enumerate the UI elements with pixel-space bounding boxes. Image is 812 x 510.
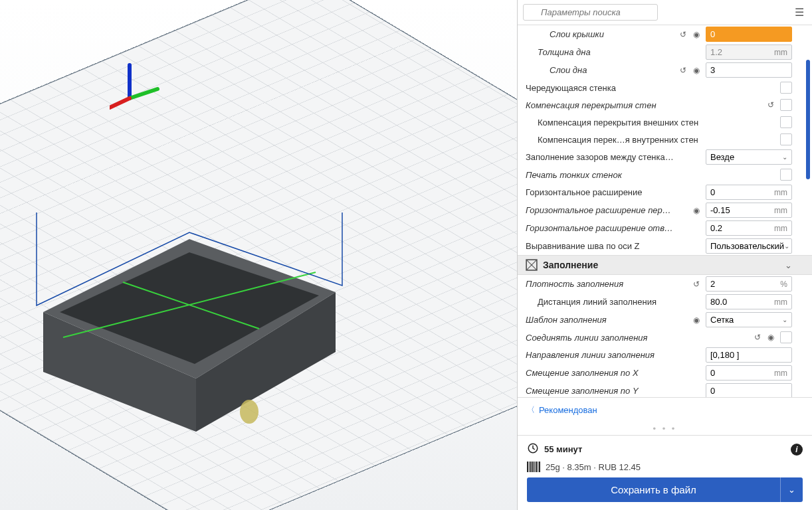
- infill-density-input[interactable]: %: [706, 276, 792, 292]
- infill-dir-input[interactable]: [706, 347, 792, 363]
- reset-icon[interactable]: ↺: [691, 279, 702, 290]
- setting-bottom-layers-label: Слои дна: [526, 65, 675, 75]
- hole-horiz-input[interactable]: mm: [706, 220, 792, 236]
- infill-offset-y-input[interactable]: [706, 383, 792, 397]
- first-layer-horiz-input[interactable]: mm: [706, 203, 792, 218]
- fill-gaps-select[interactable]: Везде⌄: [706, 149, 792, 165]
- outer-wall-overlap-checkbox[interactable]: [780, 116, 792, 128]
- setting-bottom-thickness-label: Толщина дна: [526, 47, 675, 57]
- setting-seam-align-label: Выравнивание шва по оси Z: [526, 241, 675, 251]
- setting-infill-offset-y-label: Смещение заполнения по Y: [526, 386, 675, 396]
- setting-alternating-wall-label: Чередующаяся стенка: [526, 83, 750, 93]
- settings-menu-icon[interactable]: ☰: [792, 6, 807, 19]
- link-icon[interactable]: ◉: [691, 315, 702, 325]
- chevron-down-icon: ⌄: [785, 260, 792, 270]
- top-layers-input[interactable]: [706, 27, 792, 42]
- save-dropdown[interactable]: ⌄: [780, 477, 803, 502]
- scroll-indicator[interactable]: [806, 60, 810, 179]
- setting-connect-infill-label: Соединять линии заполнения: [526, 333, 750, 343]
- material-icon: [527, 462, 540, 472]
- setting-horiz-exp-label: Горизонтальное расширение: [526, 187, 675, 197]
- chevron-left-icon: 〈: [527, 404, 535, 416]
- reset-icon[interactable]: ↺: [678, 65, 688, 76]
- save-to-file-button[interactable]: Сохранить в файл: [527, 477, 780, 502]
- section-infill[interactable]: Заполнение ⌄: [518, 255, 812, 275]
- chevron-down-icon: ⌄: [784, 242, 789, 250]
- reset-icon[interactable]: ↺: [765, 100, 776, 110]
- chevron-down-icon: ⌄: [788, 485, 795, 495]
- bottom-thickness-input[interactable]: mm: [706, 44, 792, 60]
- clock-icon: [527, 442, 539, 456]
- link-icon[interactable]: ◉: [691, 205, 702, 216]
- setting-hole-horiz-label: Горизонтальное расширение отверстия: [526, 223, 675, 233]
- setting-outer-wall-overlap-label: Компенсация перекрытия внешних стен: [526, 118, 750, 128]
- link-icon[interactable]: ◉: [691, 29, 702, 40]
- info-icon[interactable]: i: [791, 444, 803, 456]
- link-icon[interactable]: ◉: [765, 332, 776, 343]
- setting-first-layer-horiz-label: Горизонтальное расширение первого слоя: [526, 205, 675, 215]
- setting-infill-line-dist-label: Дистанция линий заполнения: [526, 297, 675, 307]
- search-input[interactable]: [523, 4, 658, 21]
- print-summary-card: 55 минут i 25g · 8.35m · RUB 12.45 Сохра…: [518, 435, 812, 510]
- chevron-down-icon: ⌄: [782, 153, 787, 161]
- print-time: 55 минут: [544, 444, 582, 454]
- connect-infill-checkbox[interactable]: [780, 331, 792, 343]
- infill-pattern-select[interactable]: Сетка⌄: [706, 312, 792, 327]
- model-preview[interactable]: [23, 212, 369, 491]
- svg-point-6: [240, 400, 258, 424]
- settings-list[interactable]: Слои крышки ↺ ◉ Толщина дна mm Слои дна …: [518, 25, 812, 397]
- settings-panel: 🔍 ☰ Слои крышки ↺ ◉ Толщина дна mm Слои …: [517, 0, 812, 510]
- setting-infill-offset-x-label: Смещение заполнения по X: [526, 368, 675, 378]
- horiz-exp-input[interactable]: mm: [706, 185, 792, 200]
- infill-icon: [526, 259, 538, 271]
- chevron-down-icon: ⌄: [782, 316, 787, 323]
- recommended-button[interactable]: 〈 Рекомендован: [518, 397, 812, 422]
- setting-inner-wall-overlap-label: Компенсация перек…я внутренних стен: [526, 135, 750, 145]
- infill-offset-x-input[interactable]: mm: [706, 365, 792, 381]
- bottom-layers-input[interactable]: [706, 62, 792, 78]
- print-thin-walls-checkbox[interactable]: [780, 169, 792, 181]
- setting-infill-density-label: Плотность заполнения: [526, 279, 675, 289]
- setting-infill-dir-label: Направления линии заполнения: [526, 350, 675, 360]
- material-summary: 25g · 8.35m · RUB 12.45: [546, 462, 641, 472]
- alternating-wall-checkbox[interactable]: [780, 82, 792, 94]
- reset-icon[interactable]: ↺: [678, 29, 688, 40]
- setting-infill-pattern-label: Шаблон заполнения: [526, 315, 675, 325]
- inner-wall-overlap-checkbox[interactable]: [780, 133, 792, 145]
- link-icon[interactable]: ◉: [691, 65, 702, 76]
- setting-wall-overlap-label: Компенсация перекрытия стен: [526, 100, 750, 110]
- viewport-3d[interactable]: [0, 0, 517, 510]
- setting-top-layers-label: Слои крышки: [526, 29, 675, 39]
- seam-align-select[interactable]: Пользовательский⌄: [706, 238, 792, 254]
- reset-icon[interactable]: ↺: [752, 332, 763, 343]
- setting-print-thin-walls-label: Печать тонких стенок: [526, 170, 750, 180]
- wall-overlap-checkbox[interactable]: [780, 99, 792, 111]
- setting-fill-gaps-label: Заполнение зазоров между стенками: [526, 152, 675, 162]
- infill-line-dist-input[interactable]: mm: [706, 294, 792, 309]
- drag-handle[interactable]: • • •: [518, 422, 812, 435]
